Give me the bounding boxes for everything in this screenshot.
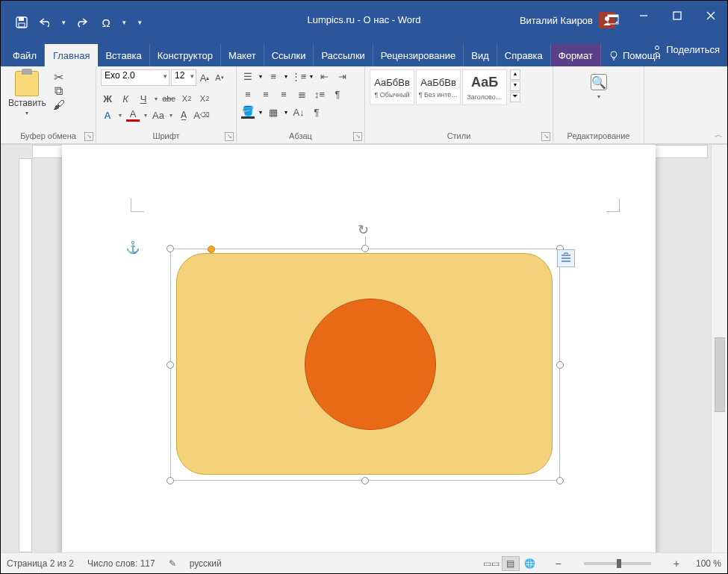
style-no-spacing[interactable]: АаБбВв ¶ Без инте… xyxy=(416,69,461,105)
paste-button[interactable]: Вставить ▾ xyxy=(5,69,49,118)
tab-file[interactable]: Файл xyxy=(5,44,45,66)
redo-icon[interactable] xyxy=(75,15,90,30)
read-mode-icon[interactable]: ▭▭ xyxy=(482,556,500,571)
user-account[interactable]: Виталий Каиров xyxy=(520,12,615,28)
save-icon[interactable] xyxy=(14,15,29,30)
resize-handle-bm[interactable] xyxy=(361,477,369,484)
text-effects-icon[interactable]: A xyxy=(101,108,114,122)
vertical-scrollbar[interactable] xyxy=(711,145,727,552)
bullets-dropdown-icon[interactable]: ▾ xyxy=(259,73,262,80)
resize-handle-ml[interactable] xyxy=(167,361,174,369)
resize-handle-br[interactable] xyxy=(556,477,564,484)
share-button[interactable]: Поделиться xyxy=(652,44,720,55)
clear-formatting-icon[interactable]: A⌫ xyxy=(195,108,208,122)
format-painter-icon[interactable]: 🖌 xyxy=(52,99,66,111)
change-case-dropdown-icon[interactable]: ▾ xyxy=(169,112,172,119)
bold-button[interactable]: Ж xyxy=(101,92,114,105)
paragraph-dialog-launcher[interactable]: ↘ xyxy=(353,132,362,141)
page[interactable]: ⚓ ↻ xyxy=(62,145,656,552)
underline-dropdown-icon[interactable]: ▾ xyxy=(155,96,158,102)
rotate-handle-icon[interactable]: ↻ xyxy=(358,222,373,237)
shading-icon[interactable]: 🪣 xyxy=(241,105,255,119)
multilevel-list-icon[interactable]: ⋮≡ xyxy=(292,69,305,83)
zoom-out-button[interactable]: − xyxy=(553,558,564,570)
tab-view[interactable]: Вид xyxy=(464,44,497,66)
scrollbar-thumb[interactable] xyxy=(715,337,725,412)
increase-indent-icon[interactable]: ⇥ xyxy=(335,69,349,83)
sort-icon[interactable]: A↓ xyxy=(292,105,305,119)
status-word-count[interactable]: Число слов: 117 xyxy=(87,558,155,569)
minimize-button[interactable] xyxy=(626,1,660,31)
shape-selection[interactable]: ↻ xyxy=(170,249,560,481)
tab-references[interactable]: Ссылки xyxy=(264,44,314,66)
grow-font-icon[interactable]: A▴ xyxy=(198,71,211,84)
symbol-dropdown-icon[interactable]: ▾ xyxy=(122,19,126,26)
maximize-button[interactable] xyxy=(660,1,694,31)
font-name-combo[interactable]: Exo 2.0▾ xyxy=(101,69,169,86)
clipboard-dialog-launcher[interactable]: ↘ xyxy=(84,132,93,141)
font-dialog-launcher[interactable]: ↘ xyxy=(225,132,234,141)
borders-dropdown-icon[interactable]: ▾ xyxy=(284,109,287,116)
text-effects-dropdown-icon[interactable]: ▾ xyxy=(119,112,122,119)
superscript-button[interactable]: X2 xyxy=(198,92,211,105)
resize-handle-tl[interactable] xyxy=(167,245,174,252)
change-case-icon[interactable]: Aa xyxy=(152,108,165,122)
status-language[interactable]: русский xyxy=(190,558,222,569)
subscript-button[interactable]: X2 xyxy=(180,92,193,105)
align-right-icon[interactable]: ≡ xyxy=(277,87,290,101)
styles-scroll-down-icon[interactable]: ▾ xyxy=(510,81,520,91)
shrink-font-icon[interactable]: A▾ xyxy=(213,71,226,84)
tab-format[interactable]: Формат xyxy=(551,44,601,66)
circle-shape[interactable] xyxy=(305,299,436,430)
tab-design[interactable]: Конструктор xyxy=(150,44,221,66)
zoom-slider-thumb[interactable] xyxy=(617,559,621,568)
tab-review[interactable]: Рецензирование xyxy=(373,44,464,66)
qat-customize-icon[interactable]: ▾ xyxy=(138,19,142,26)
numbering-dropdown-icon[interactable]: ▾ xyxy=(284,73,287,80)
show-formatting-icon[interactable]: ¶ xyxy=(310,105,323,119)
zoom-level[interactable]: 100 % xyxy=(696,558,721,569)
anchor-icon[interactable]: ⚓ xyxy=(125,240,140,255)
paste-dropdown-icon[interactable]: ▾ xyxy=(25,110,28,116)
vertical-ruler[interactable] xyxy=(19,158,32,552)
shading-dropdown-icon[interactable]: ▾ xyxy=(259,109,262,116)
line-spacing-icon[interactable]: ↕≡ xyxy=(313,87,326,101)
style-normal[interactable]: АаБбВв ¶ Обычный xyxy=(370,69,414,105)
spellcheck-icon[interactable]: ✎ xyxy=(169,558,176,569)
symbol-icon[interactable]: Ω xyxy=(99,15,113,30)
strikethrough-button[interactable]: abc xyxy=(162,92,175,105)
numbering-icon[interactable]: ≡ xyxy=(267,69,280,83)
adjustment-handle[interactable] xyxy=(208,246,215,253)
cut-icon[interactable]: ✂ xyxy=(52,71,66,83)
undo-dropdown-icon[interactable]: ▾ xyxy=(62,19,66,26)
underline-button[interactable]: Ч xyxy=(137,92,150,105)
resize-handle-tm[interactable] xyxy=(361,245,369,252)
tab-help[interactable]: Справка xyxy=(497,44,551,66)
tab-mailings[interactable]: Рассылки xyxy=(314,44,373,66)
italic-button[interactable]: К xyxy=(119,92,132,105)
tab-layout[interactable]: Макет xyxy=(221,44,264,66)
multilevel-dropdown-icon[interactable]: ▾ xyxy=(310,73,313,80)
font-size-combo[interactable]: 12▾ xyxy=(171,69,196,86)
bullets-icon[interactable]: ☰ xyxy=(241,69,255,83)
styles-expand-icon[interactable]: ⏷ xyxy=(510,92,520,102)
show-marks-icon[interactable]: ¶ xyxy=(331,87,344,101)
decrease-indent-icon[interactable]: ⇤ xyxy=(317,69,331,83)
align-left-icon[interactable]: ≡ xyxy=(241,87,255,101)
find-button[interactable]: 🔍 ▾ xyxy=(558,69,639,104)
copy-icon[interactable]: ⧉ xyxy=(52,85,66,97)
style-heading1[interactable]: АаБ Заголово… xyxy=(462,69,507,105)
ribbon-display-options-icon[interactable] xyxy=(602,8,624,31)
char-shading-icon[interactable]: A̲ xyxy=(177,108,190,122)
resize-handle-bl[interactable] xyxy=(167,477,174,484)
undo-icon[interactable] xyxy=(38,15,53,30)
layout-options-button[interactable] xyxy=(557,249,575,267)
styles-dialog-launcher[interactable]: ↘ xyxy=(541,132,550,141)
justify-icon[interactable]: ≣ xyxy=(295,87,308,101)
print-layout-icon[interactable]: ▤ xyxy=(502,556,520,571)
align-center-icon[interactable]: ≡ xyxy=(259,87,273,101)
web-layout-icon[interactable]: 🌐 xyxy=(521,556,539,571)
close-button[interactable] xyxy=(694,1,727,31)
zoom-in-button[interactable]: + xyxy=(671,558,682,570)
zoom-slider[interactable] xyxy=(584,562,651,565)
